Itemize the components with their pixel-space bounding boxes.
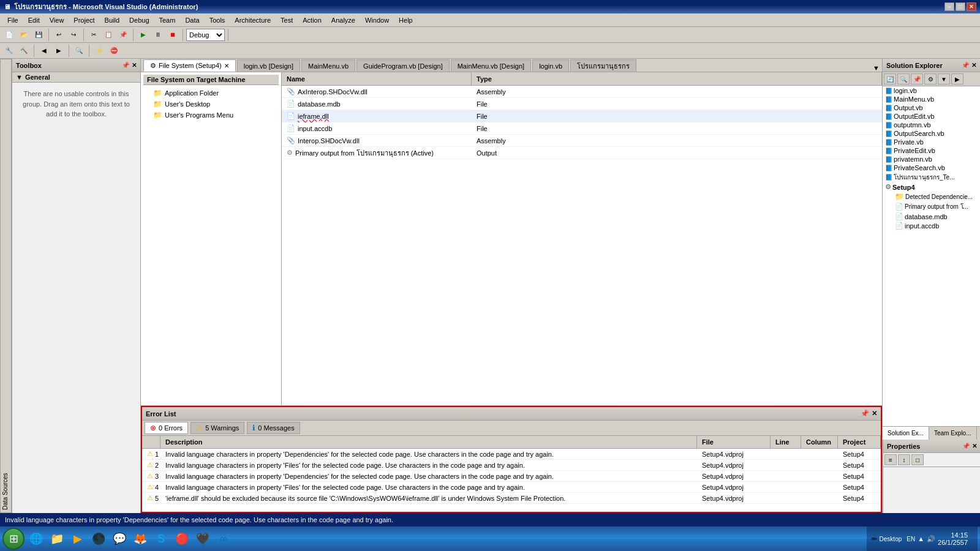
toolbox-close-icon[interactable]: ✕ <box>132 62 137 69</box>
toolbar-paste[interactable]: 📌 <box>116 28 130 42</box>
error-close-icon[interactable]: ✕ <box>872 410 877 418</box>
toolbar-attach[interactable]: ⚡ <box>92 44 106 58</box>
prop-btn-sort[interactable]: ↕ <box>898 454 910 465</box>
minimize-button[interactable]: – <box>944 2 954 11</box>
toolbar-copy[interactable]: 📋 <box>102 28 115 42</box>
toolbar-pause[interactable]: ⏸ <box>151 28 165 42</box>
error-row-3[interactable]: ⚠3 Invalid language characters in proper… <box>142 471 881 482</box>
sol-btn-4[interactable]: ⚙ <box>924 73 937 84</box>
fs-programs-menu[interactable]: 📁 User's Programs Menu <box>143 110 279 121</box>
menu-project[interactable]: Project <box>69 14 99 26</box>
error-tab-messages[interactable]: ℹ 0 Messages <box>247 422 300 434</box>
solution-ex-tab[interactable]: Solution Ex... <box>883 427 929 440</box>
toolbar-save[interactable]: 💾 <box>32 28 45 42</box>
toolbar-stop[interactable]: ⏹ <box>166 28 179 42</box>
error-row-5[interactable]: ⚠5 'ieframe.dll' should be excluded beca… <box>142 493 881 504</box>
sol-item-privatesearch[interactable]: 📘 PrivateSearch.vb <box>883 163 980 172</box>
taskbar-firefox[interactable]: 🦊 <box>131 530 149 548</box>
toolbox-side-label[interactable]: Data Sources <box>0 59 12 513</box>
toolbar-build2[interactable]: 🔨 <box>17 44 31 58</box>
sol-btn-5[interactable]: ▼ <box>938 73 950 84</box>
menu-test[interactable]: Test <box>276 14 298 26</box>
error-col-col[interactable]: Column <box>801 436 838 448</box>
menu-view[interactable]: View <box>45 14 69 26</box>
toolbar-cut[interactable]: ✂ <box>87 28 100 42</box>
prop-btn-page[interactable]: □ <box>911 454 924 465</box>
menu-analyze[interactable]: Analyze <box>326 14 360 26</box>
file-row-primary[interactable]: ⚙ Primary output from โปรแกรมานุธรกร (Ac… <box>282 147 882 159</box>
sol-item-output[interactable]: 📘 Output.vb <box>883 103 980 112</box>
toolbar-redo[interactable]: ↪ <box>67 28 80 42</box>
sol-item-inputaccdb[interactable]: 📄 input.accdb <box>883 221 980 230</box>
sol-item-detected[interactable]: 📁 Detected Dependencie... <box>883 192 980 201</box>
error-row-2[interactable]: ⚠2 Invalid language characters in proper… <box>142 460 881 471</box>
solution-pin-icon[interactable]: 📌 <box>962 62 969 69</box>
sol-btn-3[interactable]: 📌 <box>911 73 923 84</box>
toolbar-find[interactable]: 🔍 <box>72 44 86 58</box>
sol-item-primary-out[interactable]: 📄 Primary output from โ... <box>883 201 980 212</box>
error-col-line[interactable]: Line <box>771 436 801 448</box>
sol-item-setup4[interactable]: ⚙ Setup4 <box>883 182 980 192</box>
taskbar-media[interactable]: ▶ <box>69 530 87 548</box>
file-row-axinterop[interactable]: 📎 AxInterop.SHDocVw.dll Assembly <box>282 86 882 98</box>
file-row-database[interactable]: 📄 database.mdb File <box>282 98 882 110</box>
error-col-proj[interactable]: Project <box>838 436 881 448</box>
taskbar-app1[interactable]: 🔴 <box>173 530 191 548</box>
taskbar-skype2[interactable]: S <box>152 530 170 548</box>
taskbar-desktop-label[interactable]: Desktop <box>880 536 902 542</box>
close-button[interactable]: ✕ <box>967 2 976 11</box>
file-row-interop[interactable]: 📎 Interop.SHDocVw.dll Assembly <box>282 135 882 147</box>
sol-item-program[interactable]: 📘 โปรแกรมานุธรกร_Te... <box>883 172 980 182</box>
tab-file-system-close[interactable]: ✕ <box>224 62 229 69</box>
sol-item-privateedit[interactable]: 📘 PrivateEdit.vb <box>883 146 980 155</box>
team-explorer-tab[interactable]: Team Explo... <box>929 427 977 440</box>
toolbar-start[interactable]: ▶ <box>137 28 150 42</box>
toolbar-breakpoint[interactable]: ⛔ <box>107 44 121 58</box>
menu-build[interactable]: Build <box>100 14 124 26</box>
error-tab-errors[interactable]: ⊗ 0 Errors <box>145 422 188 434</box>
menu-tools[interactable]: Tools <box>205 14 230 26</box>
toolbox-section-general[interactable]: ▼ General <box>12 72 140 83</box>
menu-action[interactable]: Action <box>298 14 326 26</box>
menu-data[interactable]: Data <box>180 14 204 26</box>
sol-item-database[interactable]: 📄 database.mdb <box>883 212 980 221</box>
col-name[interactable]: Name <box>282 72 472 85</box>
tab-mainmenu[interactable]: MainMenu.vb <box>301 59 355 72</box>
taskbar-skype1[interactable]: 💬 <box>110 530 129 548</box>
menu-edit[interactable]: Edit <box>23 14 45 26</box>
fs-desktop[interactable]: 📁 User's Desktop <box>143 99 279 110</box>
taskbar-ie[interactable]: 🌐 <box>27 530 45 548</box>
error-pin-icon[interactable]: 📌 <box>861 410 869 418</box>
sol-item-mainmenu[interactable]: 📘 MainMenu.vb <box>883 95 980 103</box>
toolbar-nav-fwd[interactable]: ▶ <box>52 44 66 58</box>
solution-close-icon[interactable]: ✕ <box>971 62 976 69</box>
menu-debug[interactable]: Debug <box>124 14 154 26</box>
file-row-ieframe[interactable]: 📄 ieframe.dll File <box>282 110 882 122</box>
tab-login-design[interactable]: login.vb [Design] <box>237 59 300 72</box>
sol-item-outputedit[interactable]: 📘 OutputEdit.vb <box>883 112 980 121</box>
taskbar-volume-icon[interactable]: 🔊 <box>927 535 935 543</box>
sol-item-privatemn[interactable]: 📘 privatemn.vb <box>883 155 980 163</box>
toolbar-open[interactable]: 📂 <box>17 28 31 42</box>
prop-btn-list[interactable]: ≡ <box>884 454 897 465</box>
properties-pin-icon[interactable]: 📌 <box>962 443 970 449</box>
sol-item-private[interactable]: 📘 Private.vb <box>883 138 980 146</box>
sol-item-outputsearch[interactable]: 📘 OutputSearch.vb <box>883 129 980 138</box>
error-col-desc[interactable]: Description <box>160 436 697 448</box>
taskbar-pen-icon[interactable]: ✏ <box>872 535 877 543</box>
menu-file[interactable]: File <box>2 14 23 26</box>
tab-file-system[interactable]: ⚙ File System (Setup4) ✕ <box>143 59 236 72</box>
error-row-4[interactable]: ⚠4 Invalid language characters in proper… <box>142 482 881 493</box>
sol-btn-6[interactable]: ▶ <box>951 73 963 84</box>
toolbox-pin-icon[interactable]: 📌 <box>122 62 129 69</box>
debug-mode-select[interactable]: Debug Release <box>186 29 225 41</box>
tab-overflow-btn[interactable]: ▼ <box>873 64 880 72</box>
error-tab-warnings[interactable]: ⚠ 5 Warnings <box>190 422 244 434</box>
tab-login-vb[interactable]: login.vb <box>532 59 569 72</box>
sol-btn-2[interactable]: 🔍 <box>897 73 910 84</box>
menu-architecture[interactable]: Architecture <box>230 14 276 26</box>
taskbar-lang-icon[interactable]: EN <box>907 536 915 542</box>
fs-app-folder[interactable]: 📁 Application Folder <box>143 88 279 99</box>
menu-team[interactable]: Team <box>154 14 181 26</box>
taskbar-chrome[interactable]: 🌑 <box>89 530 108 548</box>
